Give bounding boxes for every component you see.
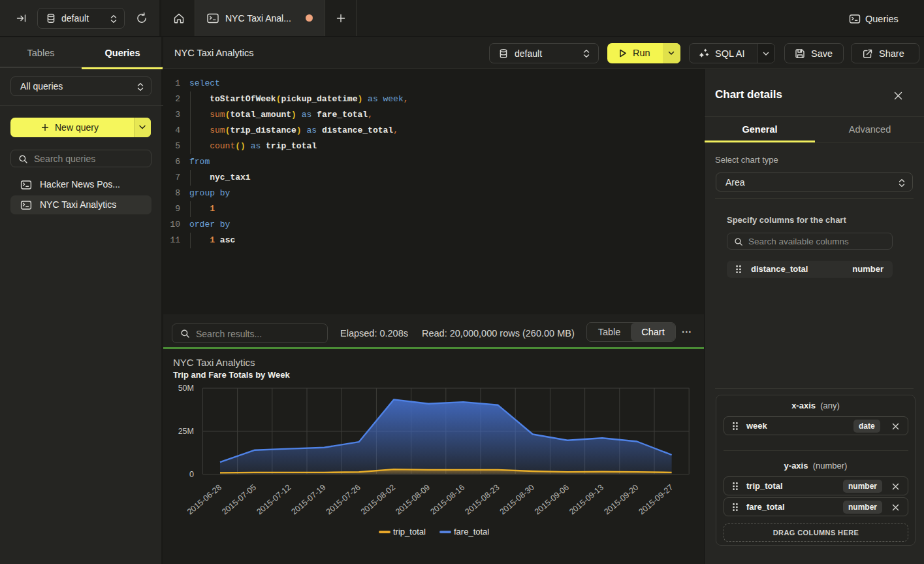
svg-text:25M: 25M [178,427,194,436]
svg-text:2015-07-19: 2015-07-19 [290,483,328,517]
svg-text:2015-08-09: 2015-08-09 [394,483,432,517]
svg-text:2015-07-12: 2015-07-12 [255,483,293,517]
svg-text:2015-07-26: 2015-07-26 [325,483,362,517]
svg-text:2015-09-20: 2015-09-20 [602,483,640,517]
svg-text:2015-08-30: 2015-08-30 [498,483,536,517]
svg-text:0: 0 [189,470,194,479]
svg-text:2015-09-13: 2015-09-13 [567,483,605,517]
svg-text:2015-08-02: 2015-08-02 [359,483,397,517]
svg-text:2015-09-27: 2015-09-27 [637,483,675,517]
svg-text:50M: 50M [178,384,194,393]
svg-text:2015-08-16: 2015-08-16 [428,483,466,517]
svg-text:2015-09-06: 2015-09-06 [533,483,571,517]
svg-text:2015-06-28: 2015-06-28 [185,483,223,517]
svg-text:2015-07-05: 2015-07-05 [220,483,258,517]
svg-text:2015-08-23: 2015-08-23 [464,483,502,517]
